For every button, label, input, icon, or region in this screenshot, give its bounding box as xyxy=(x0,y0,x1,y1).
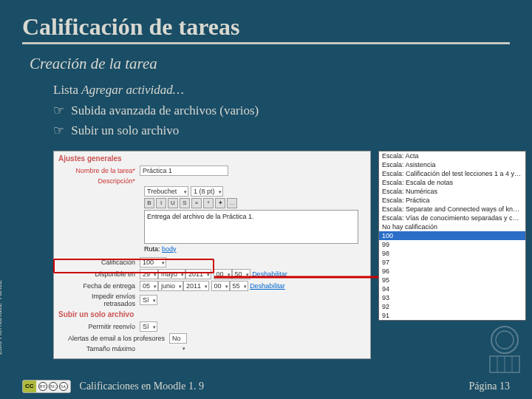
dropdown-option[interactable]: Escala: Acta xyxy=(379,151,525,160)
dropdown-option[interactable]: 92 xyxy=(379,302,525,311)
due-month[interactable]: junio xyxy=(158,281,183,291)
dropdown-option-selected[interactable]: 100 xyxy=(379,231,525,240)
page-number: Página 13 xyxy=(468,381,510,392)
hand-icon: ☞ xyxy=(53,101,68,120)
italic-icon[interactable]: I xyxy=(156,198,166,208)
size-select[interactable]: 1 (8 pt) xyxy=(191,186,223,197)
form-screenshot: Ajustes generales Nombre de la tarea Prá… xyxy=(53,151,371,359)
due-label: Fecha de entrega xyxy=(58,282,140,290)
strike-icon[interactable]: S xyxy=(180,198,190,208)
footer-text: Calificaciones en Moodle 1. 9 xyxy=(80,381,204,392)
alert-label: Alertas de email a los profesores xyxy=(58,335,169,342)
slide-title: Calificación de tareas xyxy=(22,13,510,44)
late-select[interactable]: Sí xyxy=(140,295,157,305)
sup-icon[interactable]: ⁿ xyxy=(203,198,214,208)
list-item: ☞ Subir un solo archivo xyxy=(53,121,510,140)
dropdown-option[interactable]: 96 xyxy=(379,267,525,276)
cc-by-icon: BY xyxy=(38,382,47,391)
form-section-general: Ajustes generales xyxy=(58,154,366,163)
list-intro-a: Lista xyxy=(53,83,81,97)
slide-subtitle: Creación de la tarea xyxy=(30,55,510,73)
list-item: ☞ Subida avanzada de archivos (varios) xyxy=(53,101,510,120)
name-input[interactable]: Práctica 1 xyxy=(140,166,228,176)
dropdown-option[interactable]: Escala: Vías de conocimiento separadas y… xyxy=(379,214,525,222)
sub-icon[interactable]: × xyxy=(191,198,202,208)
late-label: Impedir envíos retrasados xyxy=(58,293,140,307)
dropdown-option[interactable]: Escala: Separate and Connected ways of k… xyxy=(379,205,525,214)
dropdown-option[interactable]: Escala: Escala de notas xyxy=(379,178,525,187)
dropdown-option[interactable]: 95 xyxy=(379,276,525,284)
font-select[interactable]: Trebuchet xyxy=(144,186,188,197)
dropdown-option[interactable]: 99 xyxy=(379,240,525,249)
cc-label: CC xyxy=(23,381,36,392)
hand-icon: ☞ xyxy=(53,121,68,140)
clean-icon[interactable]: ✦ xyxy=(215,198,225,208)
dropdown-option[interactable]: Escala: Asistencia xyxy=(379,160,525,169)
dropdown-option[interactable]: 91 xyxy=(379,311,525,320)
author-credit: Luis Hernández Yáñez xyxy=(0,280,3,355)
cc-nc-icon: NC xyxy=(49,382,58,391)
path-value[interactable]: body xyxy=(162,245,177,253)
dropdown-option[interactable]: Escala: Numéricas xyxy=(379,187,525,196)
more-icon[interactable]: … xyxy=(227,198,237,208)
dropdown-option[interactable]: Escala: Práctica xyxy=(379,196,525,205)
due-year[interactable]: 2011 xyxy=(183,281,209,291)
description-editor[interactable]: Entrega del archivo de la Práctica 1. xyxy=(144,210,358,244)
list-intro-b: Agregar actividad… xyxy=(81,83,184,97)
dropdown-option[interactable]: 97 xyxy=(379,258,525,267)
max-label: Tamaño máximo xyxy=(58,345,140,352)
dropdown-option[interactable]: Escala: Calificación del test lecciones … xyxy=(379,169,525,178)
list-item-label: Subir un solo archivo xyxy=(71,123,179,137)
form-section-upload: Subir un solo archivo xyxy=(58,310,366,318)
alert-select[interactable]: No xyxy=(169,333,187,344)
dropdown-option[interactable]: 98 xyxy=(379,249,525,258)
underline-icon[interactable]: U xyxy=(168,198,178,208)
desc-label: Descripción xyxy=(58,177,140,185)
due-day[interactable]: 05 xyxy=(140,281,158,291)
dropdown-option[interactable]: No hay calificación xyxy=(379,222,525,231)
content-list: Lista Agregar actividad… ☞ Subida avanza… xyxy=(53,81,510,140)
path-label: Ruta: xyxy=(144,245,160,253)
dropdown-option[interactable]: 93 xyxy=(379,293,525,302)
cc-sa-icon: SA xyxy=(59,382,68,391)
name-label: Nombre de la tarea xyxy=(58,167,140,174)
resend-label: Permitir reenvío xyxy=(58,323,140,330)
institution-logo xyxy=(482,324,528,377)
list-intro: Lista Agregar actividad… xyxy=(53,81,510,100)
cc-license-badge: CC BY NC SA xyxy=(22,380,71,393)
list-item-label: Subida avanzada de archivos (varios) xyxy=(71,103,259,117)
dropdown-screenshot: Escala: Acta Escala: Asistencia Escala: … xyxy=(378,151,526,321)
resend-select[interactable]: Sí xyxy=(140,321,157,332)
dropdown-option[interactable]: 94 xyxy=(379,284,525,293)
bold-icon[interactable]: B xyxy=(144,198,154,208)
highlight-box xyxy=(53,259,214,273)
editor-toolbar[interactable]: B I U S × ⁿ ✦ … xyxy=(144,198,366,208)
